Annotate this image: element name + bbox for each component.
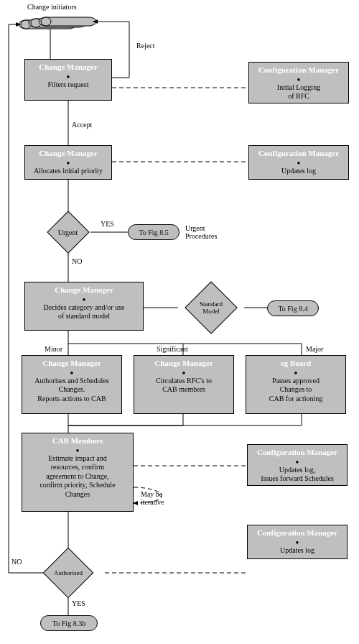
box-body: Reports actions to CAB — [27, 395, 117, 404]
box-cm-authorises: Change Manager ● Authorises and Schedule… — [22, 355, 122, 414]
svg-point-0 — [21, 20, 31, 29]
decision-label: Standard Model — [193, 300, 229, 315]
bullet-dot: ● — [27, 448, 129, 454]
bullet-dot: ● — [253, 77, 344, 83]
box-body: Initial Logging — [253, 83, 344, 93]
pill-label: To Fig 8.5 — [139, 229, 168, 236]
pill-label: To Fig 8.3b — [52, 620, 85, 627]
box-title: Configuration Manager — [252, 528, 342, 538]
no-label-2: NO — [11, 558, 22, 566]
box-cm-filters: Change Manager ● Filters request — [24, 59, 112, 101]
accept-label: Accept — [72, 121, 92, 129]
pill-label: To Fig 8.4 — [278, 305, 307, 313]
bullet-dot: ● — [252, 540, 342, 546]
pill-fig-8-3b: To Fig 8.3b — [40, 615, 98, 631]
box-body: Changes to — [251, 385, 341, 395]
flowchart-canvas: Change initiators Change Manager ● Filte… — [0, 0, 359, 644]
bullet-dot: ● — [251, 370, 341, 376]
box-cfg-initial-log: Configuration Manager ● Initial Logging … — [248, 62, 349, 104]
box-title: Change Manager — [29, 149, 107, 159]
box-cm-decides-category: Change Manager ● Decides category and/or… — [24, 282, 144, 331]
box-body: agreement to Change, — [27, 472, 129, 482]
box-body: Decides category and/or use — [29, 303, 139, 313]
box-body: confirm priority, Schedule — [27, 481, 129, 490]
box-board: eg Board ● Passes approved Changes to CA… — [246, 355, 346, 414]
box-body: Filters request — [29, 80, 107, 90]
box-cm-circulates: Change Manager ● Circulates RFC's to CAB… — [134, 355, 234, 414]
box-title: Change Manager — [139, 359, 229, 369]
box-body: resources, confirm — [27, 463, 129, 472]
box-body: Updates log — [253, 167, 344, 176]
svg-point-2 — [41, 17, 51, 26]
box-cfg-updates-log-2: Configuration Manager ● Updates log — [247, 525, 348, 559]
no-label: NO — [72, 257, 82, 265]
bullet-dot: ● — [139, 370, 229, 376]
decision-standard-model: Standard Model — [185, 281, 238, 334]
bullet-dot: ● — [29, 160, 107, 166]
urgent-proc-label: Urgent Procedures — [185, 224, 217, 240]
box-cm-priority: Change Manager ● Allocates initial prior… — [24, 145, 112, 180]
yes-label-2: YES — [72, 599, 85, 607]
box-body: Changes — [27, 490, 129, 500]
box-body: of standard model — [29, 312, 139, 321]
box-body: Issues forward Schedules — [252, 474, 342, 484]
decision-label: Authorised — [54, 569, 83, 576]
box-body: Updates log, — [252, 466, 342, 475]
box-body: Passes approved — [251, 377, 341, 386]
significant-label: Significant — [157, 345, 188, 353]
box-title: Configuration Manager — [253, 65, 344, 75]
box-body: of RFC — [253, 92, 344, 101]
bullet-dot: ● — [253, 160, 344, 166]
box-body: Authorises and Schedules — [27, 377, 117, 386]
box-body: Allocates initial priority — [29, 167, 107, 176]
box-body: Changes. — [27, 385, 117, 395]
box-body: CAB members — [139, 385, 229, 395]
initiators-label: Change initiators — [27, 3, 77, 11]
major-label: Major — [306, 345, 323, 353]
box-cfg-updates-log-1: Configuration Manager ● Updates log — [248, 145, 349, 180]
iterative-label: May be iterative — [141, 490, 164, 506]
box-title: Change Manager — [29, 285, 139, 295]
bullet-dot: ● — [252, 459, 342, 465]
box-title: Change Manager — [29, 63, 107, 73]
bullet-dot: ● — [29, 74, 107, 80]
decision-label: Urgent — [58, 229, 78, 236]
box-title: Configuration Manager — [253, 149, 344, 159]
bullet-dot: ● — [27, 370, 117, 376]
bullet-dot: ● — [29, 297, 139, 303]
box-body: Estimate impact and — [27, 454, 129, 464]
box-cab-members: CAB Members ● Estimate impact and resour… — [22, 433, 134, 512]
box-body: CAB for actioning — [251, 395, 341, 404]
decision-authorised: Authorised — [43, 548, 94, 599]
svg-point-1 — [31, 19, 41, 27]
minor-label: Minor — [45, 345, 62, 353]
yes-label: YES — [101, 220, 114, 228]
reject-label: Reject — [136, 42, 155, 50]
box-title: Configuration Manager — [252, 448, 342, 458]
box-body: Updates log — [252, 546, 342, 556]
box-title: Change Manager — [27, 359, 117, 369]
box-cfg-updates-schedules: Configuration Manager ● Updates log, Iss… — [247, 444, 348, 486]
box-title: CAB Members — [27, 436, 129, 446]
pill-fig-8-5: To Fig 8.5 — [128, 224, 180, 240]
box-title: eg Board — [251, 359, 341, 369]
decision-urgent: Urgent — [47, 211, 89, 253]
box-body: Circulates RFC's to — [139, 377, 229, 386]
pill-fig-8-4: To Fig 8.4 — [267, 300, 319, 316]
